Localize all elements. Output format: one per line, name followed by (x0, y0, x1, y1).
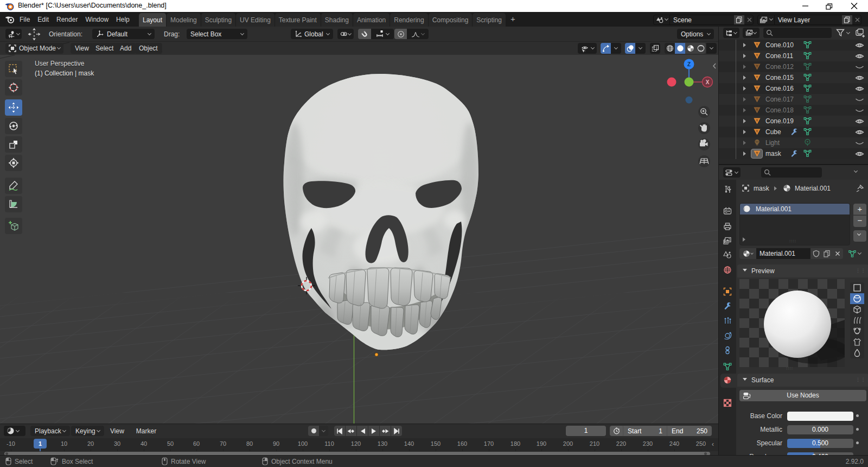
svg-text:Z: Z (687, 61, 691, 67)
svg-text:X: X (706, 79, 710, 85)
